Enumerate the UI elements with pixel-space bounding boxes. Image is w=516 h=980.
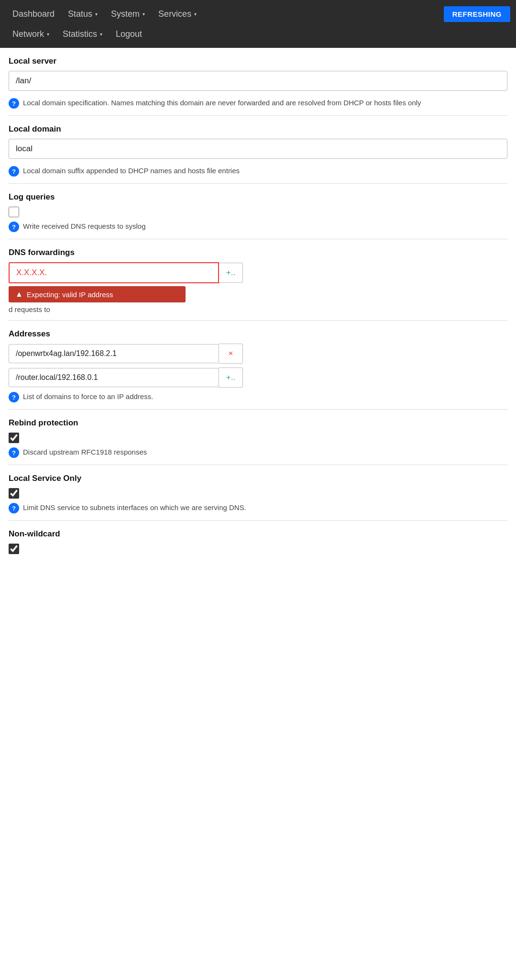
nav-services-label: Services <box>158 9 191 19</box>
main-content: Local server ? Local domain specificatio… <box>0 48 516 565</box>
refresh-button[interactable]: REFRESHING <box>444 6 510 22</box>
nav-statistics-caret: ▾ <box>100 32 102 37</box>
address-add-button-1[interactable]: +.. <box>219 368 243 388</box>
local-server-help-row: ? Local domain specification. Names matc… <box>9 98 507 109</box>
nav-services[interactable]: Services ▾ <box>152 6 203 22</box>
dns-forwardings-add-button[interactable]: +.. <box>219 263 243 283</box>
nav-row-2: Network ▾ Statistics ▾ Logout <box>6 26 510 46</box>
rebind-protection-help-text: Discard upstream RFC1918 responses <box>23 447 147 458</box>
help-icon-4: ? <box>9 392 19 402</box>
local-service-only-help-row: ? Limit DNS service to subnets interface… <box>9 502 507 513</box>
nav-system-caret: ▾ <box>143 11 145 17</box>
help-icon-3: ? <box>9 222 19 232</box>
nav-logout-label: Logout <box>116 29 142 39</box>
local-domain-input[interactable] <box>9 139 507 159</box>
help-icon-5: ? <box>9 447 19 458</box>
nav-network-label: Network <box>12 29 44 39</box>
rebind-protection-help-row: ? Discard upstream RFC1918 responses <box>9 447 507 458</box>
non-wildcard-label: Non-wildcard <box>9 529 507 539</box>
dns-forwardings-input-row: +.. <box>9 262 507 283</box>
log-queries-help-row: ? Write received DNS requests to syslog <box>9 221 507 232</box>
local-service-only-checkbox-wrap <box>9 488 507 499</box>
nav-network[interactable]: Network ▾ <box>6 26 56 42</box>
nav-dashboard-label: Dashboard <box>12 9 55 19</box>
nav-status-caret: ▾ <box>95 11 98 17</box>
nav-status-label: Status <box>68 9 92 19</box>
log-queries-label: Log queries <box>9 192 507 202</box>
help-icon: ? <box>9 98 19 109</box>
rebind-protection-checkbox[interactable] <box>9 433 19 443</box>
addresses-help-text: List of domains to force to an IP addres… <box>23 391 153 402</box>
addresses-row-1: +.. <box>9 368 507 388</box>
log-queries-section: Log queries ? Write received DNS request… <box>9 184 507 239</box>
address-input-1[interactable] <box>9 368 219 387</box>
local-service-only-label: Local Service Only <box>9 474 507 483</box>
nav-services-caret: ▾ <box>194 11 197 17</box>
nav-row-1: Dashboard Status ▾ System ▾ Services ▾ R… <box>6 2 510 22</box>
non-wildcard-checkbox-wrap <box>9 544 507 554</box>
local-service-only-section: Local Service Only ? Limit DNS service t… <box>9 465 507 521</box>
addresses-help-row: ? List of domains to force to an IP addr… <box>9 391 507 402</box>
addresses-row-0: × <box>9 344 507 364</box>
log-queries-checkbox-wrap <box>9 207 507 217</box>
dns-forwardings-input[interactable] <box>9 262 219 283</box>
nav-system-label: System <box>111 9 140 19</box>
log-queries-checkbox[interactable] <box>9 207 19 217</box>
dns-forwardings-desc: d requests to <box>9 305 507 313</box>
rebind-protection-checkbox-wrap <box>9 433 507 443</box>
local-service-only-help-text: Limit DNS service to subnets interfaces … <box>23 502 246 513</box>
local-server-help-text: Local domain specification. Names matchi… <box>23 98 421 109</box>
warning-icon: ▲ <box>15 290 23 299</box>
nav-network-caret: ▾ <box>47 32 49 37</box>
nav-statistics-label: Statistics <box>63 29 97 39</box>
dns-forwardings-section: DNS forwardings +.. ▲ Expecting: valid I… <box>9 239 507 321</box>
log-queries-help-text: Write received DNS requests to syslog <box>23 221 146 232</box>
local-server-label: Local server <box>9 56 507 66</box>
dns-forwardings-label: DNS forwardings <box>9 248 507 257</box>
local-domain-section: Local domain ? Local domain suffix appen… <box>9 116 507 184</box>
local-domain-help-text: Local domain suffix appended to DHCP nam… <box>23 166 240 177</box>
dns-error-banner: ▲ Expecting: valid IP address <box>9 286 186 302</box>
help-icon-2: ? <box>9 166 19 177</box>
nav-system[interactable]: System ▾ <box>104 6 152 22</box>
addresses-label: Addresses <box>9 329 507 339</box>
local-domain-label: Local domain <box>9 124 507 134</box>
non-wildcard-section: Non-wildcard <box>9 521 507 565</box>
local-server-section: Local server ? Local domain specificatio… <box>9 48 507 116</box>
address-input-0[interactable] <box>9 344 219 363</box>
nav-status[interactable]: Status ▾ <box>61 6 104 22</box>
nav-logout[interactable]: Logout <box>109 26 149 42</box>
rebind-protection-section: Rebind protection ? Discard upstream RFC… <box>9 410 507 465</box>
local-service-only-checkbox[interactable] <box>9 488 19 499</box>
nav-dashboard[interactable]: Dashboard <box>6 6 61 22</box>
rebind-protection-label: Rebind protection <box>9 418 507 428</box>
non-wildcard-checkbox[interactable] <box>9 544 19 554</box>
dns-error-text: Expecting: valid IP address <box>27 290 113 299</box>
local-domain-help-row: ? Local domain suffix appended to DHCP n… <box>9 166 507 177</box>
nav-statistics[interactable]: Statistics ▾ <box>56 26 109 42</box>
addresses-section: Addresses × +.. ? List of domains to for… <box>9 321 507 410</box>
navbar: Dashboard Status ▾ System ▾ Services ▾ R… <box>0 0 516 48</box>
help-icon-6: ? <box>9 503 19 513</box>
address-remove-button-0[interactable]: × <box>219 344 243 364</box>
local-server-input[interactable] <box>9 71 507 91</box>
